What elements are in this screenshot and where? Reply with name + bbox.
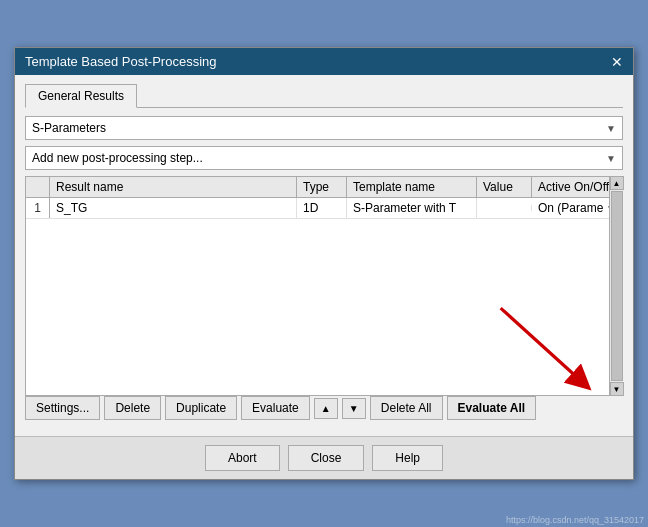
row-value	[477, 205, 532, 211]
s-parameters-dropdown[interactable]: S-Parameters ▼	[25, 116, 623, 140]
add-step-dropdown[interactable]: Add new post-processing step... ▼	[25, 146, 623, 170]
duplicate-button[interactable]: Duplicate	[165, 396, 237, 420]
scroll-down-button[interactable]: ▼	[610, 382, 624, 396]
abort-button[interactable]: Abort	[205, 445, 280, 471]
close-button[interactable]: Close	[288, 445, 365, 471]
dialog-title: Template Based Post-Processing	[25, 54, 216, 69]
settings-button[interactable]: Settings...	[25, 396, 100, 420]
table-container: Result name Type Template name Value Act…	[25, 176, 623, 396]
title-bar: Template Based Post-Processing ✕	[15, 48, 633, 75]
col-template-header: Template name	[347, 177, 477, 197]
table-scrollbar[interactable]: ▲ ▼	[609, 176, 623, 396]
col-num-header	[26, 177, 50, 197]
bottom-toolbar: Settings... Delete Duplicate Evaluate ▲ …	[25, 396, 623, 420]
row-result: S_TG	[50, 198, 297, 218]
evaluate-button[interactable]: Evaluate	[241, 396, 310, 420]
tab-general-results[interactable]: General Results	[25, 84, 137, 108]
add-step-value: Add new post-processing step...	[32, 151, 203, 165]
footer-bar: Abort Close Help	[15, 436, 633, 479]
dialog-body: General Results S-Parameters ▼ Add new p…	[15, 75, 633, 436]
row-template: S-Parameter with T	[347, 198, 477, 218]
watermark-text: https://blog.csdn.net/qq_31542017	[506, 515, 644, 525]
delete-button[interactable]: Delete	[104, 396, 161, 420]
col-type-header: Type	[297, 177, 347, 197]
row-type: 1D	[297, 198, 347, 218]
scroll-up-button[interactable]: ▲	[610, 176, 624, 190]
table-row[interactable]: 1 S_TG 1D S-Parameter with T On (Parame …	[26, 198, 622, 219]
col-result-header: Result name	[50, 177, 297, 197]
tab-bar: General Results	[25, 83, 623, 108]
help-button[interactable]: Help	[372, 445, 443, 471]
col-value-header: Value	[477, 177, 532, 197]
delete-all-button[interactable]: Delete All	[370, 396, 443, 420]
move-up-button[interactable]: ▲	[314, 398, 338, 419]
main-dialog: Template Based Post-Processing ✕ General…	[14, 47, 634, 480]
table-header: Result name Type Template name Value Act…	[26, 177, 622, 198]
row-active-text: On (Parame	[538, 201, 603, 215]
evaluate-all-button[interactable]: Evaluate All	[447, 396, 537, 420]
close-icon[interactable]: ✕	[611, 55, 623, 69]
results-table: Result name Type Template name Value Act…	[25, 176, 623, 396]
scroll-thumb[interactable]	[611, 191, 623, 381]
move-down-button[interactable]: ▼	[342, 398, 366, 419]
chevron-down-icon-2: ▼	[606, 153, 616, 164]
chevron-down-icon: ▼	[606, 123, 616, 134]
s-parameters-value: S-Parameters	[32, 121, 106, 135]
row-num: 1	[26, 198, 50, 218]
